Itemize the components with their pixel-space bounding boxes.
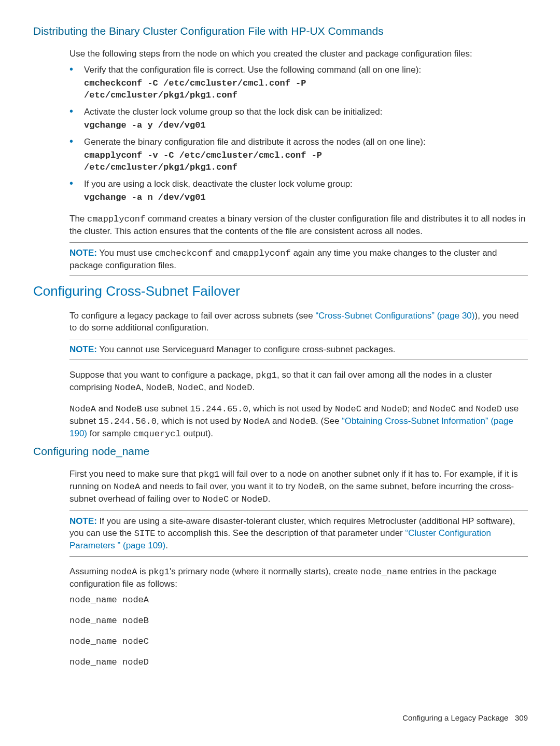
text: Assuming	[69, 567, 110, 576]
entry-line: node_name nodeA	[69, 594, 528, 606]
text: and needs to fail over, you want it to t…	[140, 481, 298, 491]
text: Suppose that you want to configure a pac…	[69, 370, 256, 380]
text: You must use	[97, 248, 155, 258]
list-item: Verify that the configuration file is co…	[69, 64, 528, 102]
entry-line: node_name nodeB	[69, 615, 528, 627]
text: .	[252, 382, 255, 392]
entry-line: node_name nodeD	[69, 656, 528, 668]
text: is	[137, 567, 148, 576]
text: 's primary node (where it normally start…	[170, 567, 360, 576]
inline-code: NodeB	[298, 482, 324, 492]
inline-code: cmcheckconf	[155, 248, 213, 258]
inline-code: NodeC	[335, 404, 361, 414]
inline-code: NodeA	[115, 383, 141, 393]
text: and	[270, 416, 289, 426]
text: use subnet	[142, 404, 190, 413]
note-cmcheckconf: NOTE: You must use cmcheckconf and cmapp…	[69, 242, 528, 276]
bullet-text: Activate the cluster lock volume group s…	[84, 107, 382, 117]
dist-intro: Use the following steps from the node on…	[69, 48, 528, 60]
text: and	[96, 404, 116, 413]
dist-steps: Verify that the configuration file is co…	[69, 64, 528, 204]
list-item: If you are using a lock disk, deactivate…	[69, 178, 528, 204]
inline-code: NodeC	[177, 383, 204, 393]
text: and	[361, 404, 381, 413]
command-block: vgchange -a n /dev/vg01	[84, 192, 528, 204]
assume-para: Assuming nodeA is pkg1's primary node (w…	[69, 565, 528, 590]
text: , which is not used by	[157, 416, 243, 426]
text: First you need to make sure that	[69, 469, 199, 479]
inline-code: NodeA	[114, 482, 140, 492]
note-label: NOTE:	[69, 248, 97, 258]
inline-code: NodeB	[146, 383, 172, 393]
note-site-aware: NOTE: If you are using a site-aware disa…	[69, 510, 528, 556]
command-block: vgchange -a y /dev/vg01	[84, 120, 528, 132]
bullet-text: Generate the binary configuration file a…	[84, 137, 426, 147]
text: To configure a legacy package to fail ov…	[69, 311, 315, 321]
inline-code: cmapplyconf	[87, 214, 145, 224]
text: for sample	[87, 429, 133, 438]
text: .	[165, 541, 168, 550]
footer-section: Configuring a Legacy Package	[402, 713, 508, 722]
text: to accomplish this. See the description …	[156, 528, 405, 538]
inline-code: NodeD	[226, 383, 252, 393]
subnet-para: NodeA and NodeB use subnet 15.244.65.0, …	[69, 403, 528, 440]
inline-code: nodeA	[110, 567, 137, 577]
bullet-text: Verify that the configuration file is co…	[84, 65, 421, 75]
text: The	[69, 214, 87, 224]
footer-page: 309	[515, 713, 528, 722]
inline-code: NodeA	[69, 404, 96, 414]
list-item: Generate the binary configuration file a…	[69, 136, 528, 174]
bullet-text: If you are using a lock disk, deactivate…	[84, 179, 353, 189]
inline-code: NodeD	[475, 404, 502, 414]
text: and	[213, 248, 233, 258]
text: , which is not used by	[248, 404, 335, 413]
text: .	[268, 494, 271, 504]
text: , and	[204, 382, 226, 392]
inline-code: node_name	[360, 567, 408, 577]
list-item: Activate the cluster lock volume group s…	[69, 106, 528, 132]
inline-code: 15.244.56.0	[99, 417, 157, 426]
heading-cross-subnet: Configuring Cross-Subnet Failover	[33, 282, 528, 300]
text: or	[229, 494, 242, 504]
heading-distributing: Distributing the Binary Cluster Configur…	[33, 24, 528, 39]
inline-code: NodeD	[381, 404, 408, 414]
inline-code: SITE	[134, 529, 156, 538]
note-label: NOTE:	[69, 516, 97, 526]
text: and	[456, 404, 475, 413]
command-block: cmcheckconf -C /etc/cmcluster/cmcl.conf …	[84, 78, 528, 102]
suppose-para: Suppose that you want to configure a pac…	[69, 369, 528, 394]
text: ,	[172, 382, 177, 392]
inline-code: pkg1	[256, 370, 277, 380]
inline-code: NodeB	[289, 417, 316, 426]
inline-code: NodeC	[202, 494, 229, 504]
note-label: NOTE:	[69, 344, 97, 354]
nodename-para: First you need to make sure that pkg1 wi…	[69, 468, 528, 505]
inline-code: 15.244.65.0	[190, 404, 248, 414]
cross-para: To configure a legacy package to fail ov…	[69, 310, 528, 334]
command-block: cmapplyconf -v -C /etc/cmcluster/cmcl.co…	[84, 150, 528, 174]
text: ; and	[408, 404, 430, 413]
page-footer: Configuring a Legacy Package 309	[33, 713, 528, 723]
inline-code: cmquerycl	[133, 429, 181, 439]
inline-code: NodeD	[242, 494, 268, 504]
entry-line: node_name nodeC	[69, 636, 528, 647]
text: . (See	[316, 416, 342, 426]
inline-code: pkg1	[199, 469, 220, 479]
inline-code: pkg1	[148, 567, 170, 577]
inline-code: NodeB	[116, 404, 142, 414]
dist-after-para: The cmapplyconf command creates a binary…	[69, 213, 528, 237]
link-cross-subnet-config[interactable]: “Cross-Subnet Configurations” (page 30)	[315, 311, 474, 321]
note-serviceguard: NOTE: You cannot use Serviceguard Manage…	[69, 339, 528, 360]
heading-node-name: Configuring node_name	[33, 444, 528, 459]
inline-code: NodeC	[429, 404, 456, 414]
text: output).	[181, 429, 213, 438]
inline-code: NodeA	[243, 417, 270, 426]
text: ,	[141, 382, 146, 392]
inline-code: cmapplyconf	[232, 248, 290, 258]
text: You cannot use Serviceguard Manager to c…	[97, 344, 396, 354]
